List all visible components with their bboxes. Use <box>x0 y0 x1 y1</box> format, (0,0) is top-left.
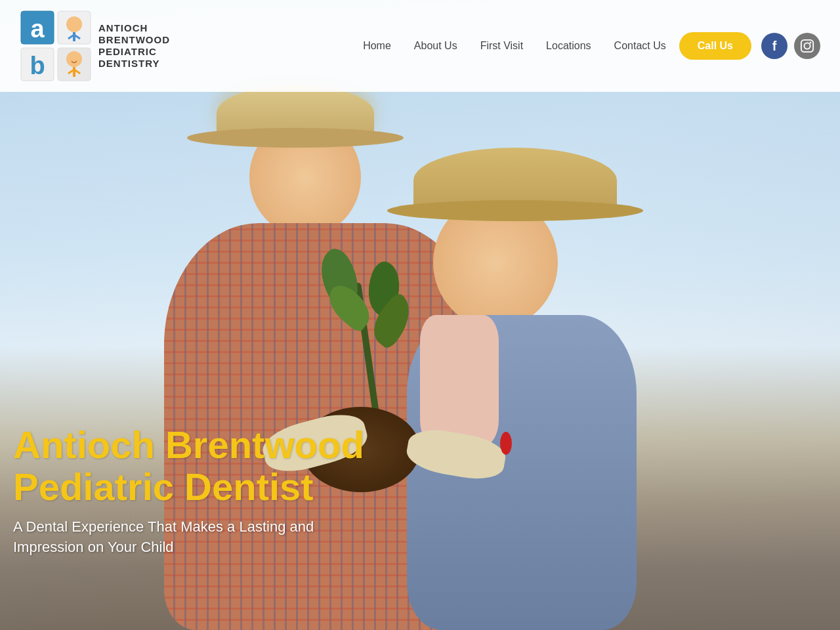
nav-locations[interactable]: Locations <box>546 40 591 52</box>
nav-contact[interactable]: Contact Us <box>614 40 666 52</box>
svg-text:a: a <box>30 15 45 43</box>
svg-point-16 <box>810 42 812 44</box>
svg-point-10 <box>66 51 82 67</box>
nav-about[interactable]: About Us <box>414 40 457 52</box>
instagram-icon[interactable] <box>794 33 820 59</box>
call-us-button[interactable]: Call Us <box>679 32 751 60</box>
hero-title-line2: Pediatric Dentist <box>13 466 364 508</box>
social-icons-container: f <box>761 33 820 59</box>
nav-first-visit[interactable]: First Visit <box>480 40 523 52</box>
svg-rect-14 <box>801 40 813 52</box>
svg-point-15 <box>804 43 810 49</box>
child-shirt <box>420 315 499 446</box>
svg-text:b: b <box>30 52 45 79</box>
woman-hat-brim <box>187 128 404 148</box>
facebook-icon[interactable]: f <box>761 33 788 59</box>
hero-text-block: Antioch Brentwood Pediatric Dentist A De… <box>0 424 377 558</box>
child-hat-brim <box>387 200 643 221</box>
hero-title-line1: Antioch Brentwood <box>13 424 364 466</box>
hero-subtitle-line2: Impression on Your Child <box>13 537 364 558</box>
logo-icon: a b <box>20 10 92 82</box>
hero-subtitle-line1: A Dental Experience That Makes a Lasting… <box>13 517 364 537</box>
logo-area[interactable]: a b ANTIOCH BRENTWOOD PEDIATRIC DE <box>20 10 170 82</box>
svg-point-5 <box>66 16 82 32</box>
nav-home[interactable]: Home <box>363 40 391 52</box>
logo-text: ANTIOCH BRENTWOOD PEDIATRIC DENTISTRY <box>98 22 170 70</box>
site-header: a b ANTIOCH BRENTWOOD PEDIATRIC DE <box>0 0 840 92</box>
red-bracelet <box>500 432 512 455</box>
main-nav: Home About Us First Visit Locations Cont… <box>363 40 666 52</box>
hero-section: Antioch Brentwood Pediatric Dentist A De… <box>0 0 840 630</box>
